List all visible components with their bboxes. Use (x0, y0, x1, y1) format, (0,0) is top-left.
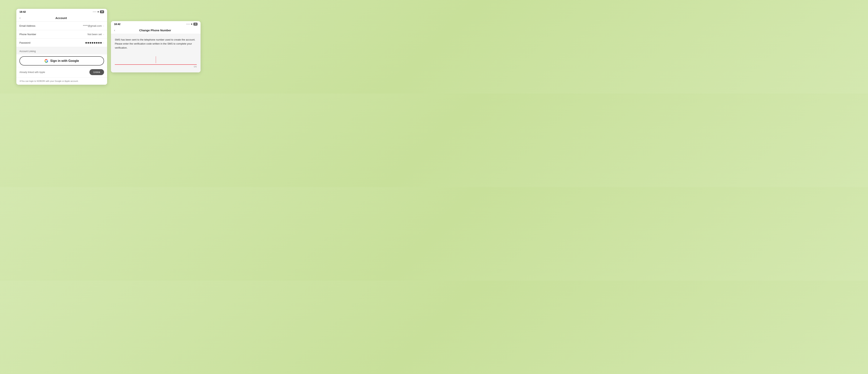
phone-change-content: SMS has been sent to the telephone numbe… (111, 34, 200, 72)
account-linking-section: Account Linking (17, 47, 107, 54)
google-btn-container: Sign in with Google (17, 54, 107, 67)
wifi-icon-1: ⋇ (97, 10, 99, 13)
status-icons-2: ⋇ 34 (186, 23, 197, 26)
phone-label: Phone Number (20, 33, 36, 36)
status-bar-1: 18:42 ⋇ 34 (17, 9, 107, 14)
login-note: ※You can login to NOBORI with your Googl… (17, 77, 107, 85)
phone-value: Not been set (88, 33, 102, 36)
password-dots (85, 42, 102, 44)
email-value: *****@gmail.com (83, 24, 102, 27)
google-btn-label: Sign in with Google (50, 59, 79, 63)
chevron-right-icon-password: › (103, 41, 104, 44)
chevron-right-icon-phone: › (103, 33, 104, 36)
change-phone-screen: 18:42 ⋇ 34 ‹ Change Phone Number SMS has… (111, 21, 200, 72)
verification-input-area[interactable]: 0/6 (115, 54, 197, 69)
google-signin-button[interactable]: Sign in with Google (20, 56, 104, 66)
nav-bar-1: ‹ Account (17, 14, 107, 22)
account-content: Email Address *****@gmail.com › Phone Nu… (17, 22, 107, 85)
signal-icon-1 (93, 11, 96, 12)
page-title-1: Account (23, 16, 99, 20)
input-underline (115, 64, 197, 65)
email-label: Email Address (20, 24, 35, 27)
unlink-button[interactable]: Unlink (89, 69, 104, 75)
text-cursor-icon (156, 56, 156, 63)
status-bar-2: 18:42 ⋇ 34 (111, 21, 200, 27)
input-line-container: 0/6 (115, 56, 197, 69)
chevron-right-icon-email: › (103, 25, 104, 27)
battery-badge-1: 34 (100, 10, 104, 13)
page-title-2: Change Phone Number (118, 29, 193, 32)
status-time-2: 18:42 (114, 23, 120, 26)
status-icons-1: ⋇ 34 (93, 10, 104, 13)
password-value-group: › (85, 41, 104, 44)
email-value-group: *****@gmail.com › (83, 24, 104, 27)
nav-bar-2: ‹ Change Phone Number (111, 27, 200, 34)
password-label: Password (20, 41, 30, 44)
google-logo-icon (44, 59, 48, 63)
wifi-icon-2: ⋇ (191, 23, 192, 25)
phone-row[interactable]: Phone Number Not been set › (17, 30, 107, 39)
account-screen: 18:42 ⋇ 34 ‹ Account Email Address *****… (17, 9, 107, 85)
apple-linked-text: Already linked with Apple (20, 71, 45, 74)
status-time-1: 18:42 (20, 10, 26, 13)
battery-badge-2: 34 (193, 23, 197, 26)
back-button-1[interactable]: ‹ (20, 16, 21, 20)
char-count: 0/6 (115, 66, 197, 68)
sms-info-text: SMS has been sent to the telephone numbe… (115, 38, 197, 50)
section-header-text: Account Linking (20, 50, 36, 53)
apple-unlink-row: Already linked with Apple Unlink (17, 67, 107, 77)
signal-icon-2 (186, 24, 190, 24)
password-row[interactable]: Password › (17, 39, 107, 47)
back-button-2[interactable]: ‹ (114, 28, 115, 32)
phone-value-group: Not been set › (88, 33, 104, 36)
email-row[interactable]: Email Address *****@gmail.com › (17, 22, 107, 30)
